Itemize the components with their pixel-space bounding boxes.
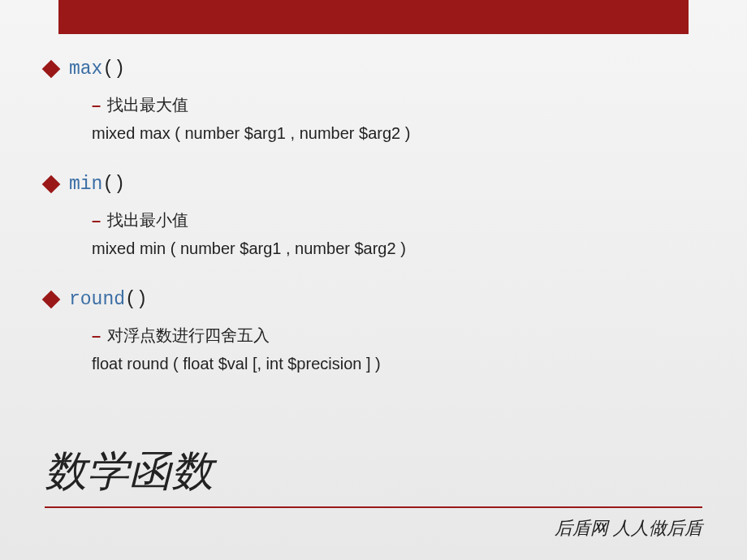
dash-bullet-icon: – xyxy=(92,326,101,345)
dash-bullet-icon: – xyxy=(92,211,101,230)
diamond-bullet-icon xyxy=(42,175,61,194)
function-parens: () xyxy=(125,289,148,310)
top-decoration-bar xyxy=(58,0,689,34)
function-details: – 找出最大值 mixed max ( number $arg1 , numbe… xyxy=(45,94,702,143)
function-parens: () xyxy=(102,58,125,80)
function-name: round xyxy=(69,289,125,310)
function-item-min: min() – 找出最小值 mixed min ( number $arg1 ,… xyxy=(45,174,702,258)
function-signature: mixed min ( number $arg1 , number $arg2 … xyxy=(92,239,702,258)
description-line: – 对浮点数进行四舍五入 xyxy=(92,325,702,347)
diamond-bullet-icon xyxy=(42,60,61,79)
function-item-round: round() – 对浮点数进行四舍五入 float round ( float… xyxy=(45,289,702,373)
function-description: 对浮点数进行四舍五入 xyxy=(107,325,270,347)
diamond-bullet-icon xyxy=(42,291,61,309)
description-line: – 找出最小值 xyxy=(92,209,702,231)
slogan-text: 后盾网 人人做后盾 xyxy=(45,516,702,541)
function-name: max xyxy=(69,58,102,80)
description-line: – 找出最大值 xyxy=(92,94,702,116)
function-header: max() xyxy=(45,58,702,80)
page-title: 数学函数 xyxy=(45,443,702,508)
function-signature: float round ( float $val [, int $precisi… xyxy=(92,355,702,373)
function-description: 找出最小值 xyxy=(107,209,188,231)
dash-bullet-icon: – xyxy=(92,96,101,114)
function-header: round() xyxy=(45,289,702,310)
footer: 数学函数 后盾网 人人做后盾 xyxy=(45,443,702,541)
main-content: max() – 找出最大值 mixed max ( number $arg1 ,… xyxy=(0,34,747,373)
function-name: min xyxy=(69,174,102,195)
function-item-max: max() – 找出最大值 mixed max ( number $arg1 ,… xyxy=(45,58,702,143)
function-signature: mixed max ( number $arg1 , number $arg2 … xyxy=(92,124,702,143)
function-details: – 对浮点数进行四舍五入 float round ( float $val [,… xyxy=(45,325,702,373)
function-details: – 找出最小值 mixed min ( number $arg1 , numbe… xyxy=(45,209,702,258)
function-description: 找出最大值 xyxy=(107,94,188,116)
function-parens: () xyxy=(102,174,125,195)
function-header: min() xyxy=(45,174,702,195)
